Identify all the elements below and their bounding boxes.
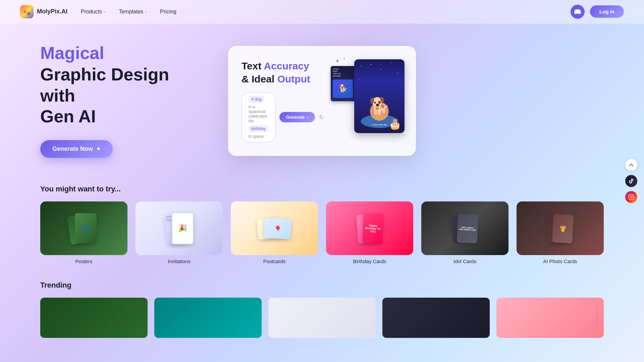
prompt-tags: A dog in a spacesuit celebrates his birt… xyxy=(249,96,268,139)
try-section: You might want to try... 🐾 Posters Birth… xyxy=(0,171,644,271)
photo-card-2: 👸 xyxy=(552,214,574,243)
category-birthday-cards[interactable]: 🎀 Happy Birthday TO YOU Birthday Cards xyxy=(326,201,413,264)
generate-small-button[interactable]: Generate › xyxy=(279,112,315,122)
birthday-card-stack: 🎀 Happy Birthday TO YOU xyxy=(326,201,413,255)
trending-card-1[interactable] xyxy=(40,298,148,338)
category-postcards[interactable]: 📮 🎈 Postcards xyxy=(231,201,318,264)
invitations-image: BirthdayPartyInvitation 🎉 xyxy=(136,201,223,255)
posters-label: Posters xyxy=(40,258,127,264)
idol-image: ⭐ THE LONELYAND GREAT GOD xyxy=(421,201,508,255)
trending-cards-row xyxy=(40,298,604,338)
hero-card-title: Text Accuracy & Ideal Output xyxy=(241,59,324,85)
scroll-up-button[interactable] xyxy=(625,159,637,171)
products-chevron-icon: › xyxy=(104,9,105,14)
svg-rect-0 xyxy=(23,10,26,13)
category-posters[interactable]: 🐾 Posters xyxy=(40,201,127,264)
nav-pricing[interactable]: Pricing xyxy=(160,9,176,15)
svg-point-7 xyxy=(381,69,381,70)
trending-card-2[interactable] xyxy=(154,298,262,338)
prompt-display: A dog in a spacesuit celebrates his birt… xyxy=(241,92,275,142)
svg-point-9 xyxy=(397,72,398,73)
navbar: MolyPix.AI Products › Templates › Pricin… xyxy=(0,0,644,23)
nav-products[interactable]: Products › xyxy=(81,9,105,15)
photo-card-stack: 👩 👸 xyxy=(517,201,604,255)
nav-right: Log in xyxy=(571,5,624,19)
book-cover-small: ASTRONAUTSTELLARODYSSEY 🐕 xyxy=(331,66,356,101)
hero-magical-text: Magical xyxy=(40,44,208,63)
chevron-right-icon: › xyxy=(307,115,308,120)
trending-card-4[interactable] xyxy=(382,298,490,338)
svg-rect-2 xyxy=(28,12,30,15)
tiktok-button[interactable] xyxy=(625,175,637,187)
postcards-label: Postcards xyxy=(231,258,318,264)
social-sidebar xyxy=(625,159,637,203)
postcard-2: 🎈 xyxy=(264,218,291,239)
hero-left: Magical Graphic Design with Gen AI Gener… xyxy=(40,44,208,158)
invitation-card-2: 🎉 xyxy=(172,213,194,244)
ai-photo-cards-label: AI Photo Cards xyxy=(517,258,604,264)
refresh-icon[interactable]: ↻ xyxy=(319,114,324,121)
idol-cards-label: Idol Cards xyxy=(421,258,508,264)
poster-card-2: 🐾 xyxy=(75,213,97,243)
posters-card-stack: 🐾 xyxy=(40,201,127,255)
birthday-image: 🎀 Happy Birthday TO YOU xyxy=(326,201,413,255)
svg-rect-1 xyxy=(28,8,30,11)
logo-text: MolyPix.AI xyxy=(37,8,67,15)
dog-icon: 🐕 xyxy=(369,98,390,115)
instagram-button[interactable] xyxy=(625,191,637,203)
hero-section: Magical Graphic Design with Gen AI Gener… xyxy=(0,23,644,171)
generate-now-button[interactable]: Generate Now ✦ xyxy=(40,140,113,158)
login-button[interactable]: Log in xyxy=(590,5,624,18)
trending-card-3[interactable] xyxy=(268,298,376,338)
idol-card-stack: ⭐ THE LONELYAND GREAT GOD xyxy=(421,201,508,255)
svg-point-10 xyxy=(359,79,360,80)
trending-card-5[interactable] xyxy=(496,298,604,338)
logo-icon xyxy=(20,5,34,18)
posters-image: 🐾 xyxy=(40,201,127,255)
svg-point-5 xyxy=(361,66,361,66)
discord-button[interactable] xyxy=(571,5,585,19)
prompt-tag-dog: A dog xyxy=(249,96,264,103)
photo-image: 👩 👸 xyxy=(517,201,604,255)
postcards-card-stack: 📮 🎈 xyxy=(231,201,318,255)
try-section-title: You might want to try... xyxy=(40,185,604,193)
category-invitations[interactable]: BirthdayPartyInvitation 🎉 Invitations xyxy=(136,201,223,264)
svg-point-8 xyxy=(391,62,391,63)
dog-astronaut-area: A dog in a spacesuit ASTRONAUTSTELLARODY… xyxy=(331,59,405,140)
svg-rect-14 xyxy=(629,195,634,200)
hero-demo-card: ✦ ✦ Text Accuracy & Ideal Output A dog i… xyxy=(228,46,416,156)
cake-icon: 🎂 xyxy=(389,118,401,130)
hero-prompt-area: A dog in a spacesuit celebrates his birt… xyxy=(241,92,324,142)
nav-links: Products › Templates › Pricing xyxy=(81,9,571,15)
sparkle-icon: ✦ xyxy=(96,146,101,152)
logo[interactable]: MolyPix.AI xyxy=(20,5,67,18)
idol-card-2: THE LONELYAND GREAT GOD xyxy=(457,214,478,243)
birthday-card-2: Happy Birthday TO YOU xyxy=(362,213,384,244)
templates-chevron-icon: › xyxy=(145,9,147,14)
birthday-cards-label: Birthday Cards xyxy=(326,258,413,264)
prompt-tag-birthday: birthday xyxy=(249,125,268,132)
svg-point-6 xyxy=(371,64,372,65)
trending-title: Trending xyxy=(40,281,604,290)
hero-subtitle: Graphic Design with Gen AI xyxy=(40,64,208,127)
trending-section: Trending xyxy=(0,271,644,345)
invitations-card-stack: BirthdayPartyInvitation 🎉 xyxy=(136,201,223,255)
postcards-image: 📮 🎈 xyxy=(231,201,318,255)
invitations-label: Invitations xyxy=(136,258,223,264)
category-cards-row: 🐾 Posters BirthdayPartyInvitation 🎉 Invi… xyxy=(40,201,604,264)
nav-templates[interactable]: Templates › xyxy=(119,9,147,15)
category-idol-cards[interactable]: ⭐ THE LONELYAND GREAT GOD Idol Cards xyxy=(421,201,508,264)
category-ai-photo-cards[interactable]: 👩 👸 AI Photo Cards xyxy=(517,201,604,264)
